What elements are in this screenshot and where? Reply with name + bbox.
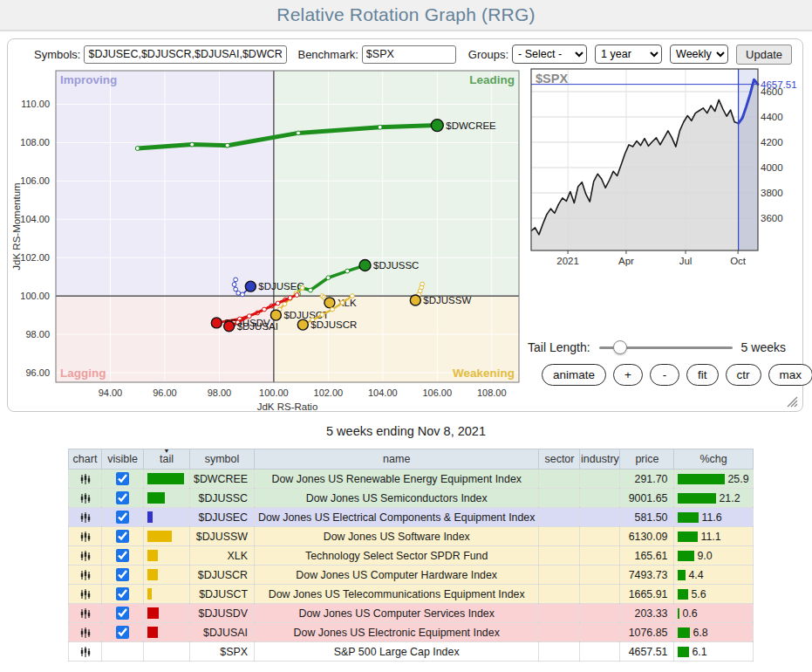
column-header-symbol[interactable]: symbol <box>190 449 255 470</box>
sector-cell <box>539 489 580 508</box>
name-cell: Technology Select Sector SPDR Fund <box>254 546 539 566</box>
column-header-name[interactable]: name <box>254 449 539 470</box>
industry-cell <box>580 585 620 604</box>
chart-icon[interactable] <box>79 473 92 485</box>
pct-change-cell: 11.6 <box>674 508 753 527</box>
visible-cell <box>102 527 144 546</box>
chart-icon[interactable] <box>79 646 92 658</box>
svg-text:106.00: 106.00 <box>422 387 452 398</box>
groups-label: Groups: <box>468 48 508 61</box>
rrg-dot-DWCREE[interactable] <box>431 120 443 132</box>
rrg-dot-label: $DJUSCR <box>310 319 357 330</box>
pct-change-value: 6.8 <box>693 627 707 639</box>
sector-cell <box>539 604 580 623</box>
chart-icon[interactable] <box>79 492 92 504</box>
fit-button[interactable]: fit <box>686 364 719 386</box>
chart-icon[interactable] <box>79 569 92 581</box>
rrg-dot-DJUSCR[interactable] <box>297 319 308 330</box>
symbol-cell: $DJUSCR <box>190 566 255 585</box>
column-header-chg[interactable]: %chg <box>674 449 753 470</box>
sector-cell <box>539 623 580 642</box>
frequency-select[interactable]: Weekly <box>670 45 728 64</box>
chart-link-cell[interactable] <box>69 470 102 489</box>
tail-length-slider[interactable] <box>599 339 733 355</box>
chart-link-cell[interactable] <box>69 604 102 623</box>
benchmark-chart[interactable]: 4657.513600380040004200440046002021AprJu… <box>521 64 802 268</box>
pct-change-value: 5.6 <box>691 588 706 600</box>
resize-handle-icon[interactable] <box>785 394 798 408</box>
chart-link-cell[interactable] <box>69 527 102 546</box>
visible-cell <box>102 508 144 527</box>
pct-change-cell: 9.0 <box>674 546 753 566</box>
ctr-button[interactable]: ctr <box>726 364 761 386</box>
rrg-chart[interactable]: ImprovingLeadingLaggingWeakening96.0098.… <box>8 64 531 416</box>
chart-link-cell[interactable] <box>69 642 102 662</box>
column-header-chart[interactable]: chart <box>69 449 102 470</box>
column-header-sector[interactable]: sector <box>539 449 580 470</box>
column-header-industry[interactable]: industry <box>580 449 620 470</box>
rrg-dot-XLK[interactable] <box>324 298 335 308</box>
svg-text:100.00: 100.00 <box>20 291 50 301</box>
chart-link-cell[interactable] <box>69 508 102 527</box>
chart-icon[interactable] <box>79 607 92 620</box>
visible-checkbox[interactable] <box>116 607 129 620</box>
zoom-in-button[interactable]: + <box>613 364 643 386</box>
price-cell: 6130.09 <box>620 527 674 546</box>
chart-link-cell[interactable] <box>69 489 102 508</box>
visible-checkbox[interactable] <box>116 530 129 543</box>
symbols-input[interactable] <box>84 45 287 64</box>
visible-checkbox[interactable] <box>116 587 129 600</box>
table-row-DJUSSC: $DJUSSCDow Jones US Semiconductors Index… <box>69 489 754 508</box>
benchmark-label: Benchmark: <box>297 48 358 61</box>
animate-button[interactable]: animate <box>542 364 606 386</box>
svg-text:104.00: 104.00 <box>368 387 398 398</box>
pct-change-cell: 21.2 <box>674 489 753 508</box>
column-header-visible[interactable]: visible <box>102 449 144 470</box>
rrg-dot-DJUSSC[interactable] <box>359 259 371 271</box>
svg-text:94.00: 94.00 <box>99 387 123 398</box>
chart-icon[interactable] <box>79 511 92 524</box>
pct-change-value: 4.4 <box>688 569 703 581</box>
chart-link-cell[interactable] <box>69 566 102 585</box>
rrg-dot-DJUSCT[interactable] <box>270 310 281 320</box>
rrg-dot-DJUSAI[interactable] <box>224 321 235 332</box>
visible-checkbox[interactable] <box>116 568 129 581</box>
rrg-dot-DJUSSW[interactable] <box>410 295 420 305</box>
svg-text:Apr: Apr <box>618 256 634 266</box>
table-row-DJUSEC: $DJUSECDow Jones US Electrical Component… <box>69 508 754 527</box>
groups-select[interactable]: - Select - <box>512 45 587 64</box>
visible-cell <box>102 604 144 623</box>
symbol-cell: $DJUSSC <box>190 489 255 508</box>
chart-icon[interactable] <box>79 588 92 600</box>
chart-link-cell[interactable] <box>69 585 102 604</box>
chart-link-cell[interactable] <box>69 546 102 566</box>
zoom-out-button[interactable]: - <box>650 364 679 386</box>
rrg-panel: Symbols: Benchmark: Groups: - Select - 1… <box>7 38 803 412</box>
benchmark-input[interactable] <box>362 45 456 64</box>
chart-icon[interactable] <box>79 627 92 639</box>
update-button[interactable]: Update <box>736 45 792 65</box>
tail-cell <box>144 470 190 489</box>
visible-checkbox[interactable] <box>116 491 129 504</box>
chart-link-cell[interactable] <box>69 623 102 642</box>
chart-icon[interactable] <box>79 550 92 562</box>
pct-change-cell: 0.6 <box>674 604 753 623</box>
column-header-price[interactable]: price <box>620 449 674 470</box>
max-button[interactable]: max <box>768 364 812 386</box>
sector-cell <box>539 566 580 585</box>
symbol-cell: $DJUSEC <box>190 508 255 527</box>
rrg-dot-DJUSEC[interactable] <box>245 281 256 291</box>
visible-checkbox[interactable] <box>116 626 129 639</box>
rrg-dot-DJUSDV[interactable] <box>211 318 222 328</box>
visible-checkbox[interactable] <box>116 511 129 524</box>
pct-change-value: 11.1 <box>700 531 720 543</box>
visible-checkbox[interactable] <box>116 472 129 485</box>
slider-thumb[interactable] <box>613 340 627 354</box>
pct-change-bar <box>678 512 699 523</box>
visible-checkbox[interactable] <box>116 549 129 562</box>
period-select[interactable]: 1 year <box>595 45 662 64</box>
table-row-SPX: $SPXS&P 500 Large Cap Index4657.516.1 <box>69 642 754 662</box>
rrg-dot-label: $DJUSSC <box>373 260 419 271</box>
chart-icon[interactable] <box>79 531 92 543</box>
column-header-tail[interactable]: ▼tail <box>144 449 190 470</box>
